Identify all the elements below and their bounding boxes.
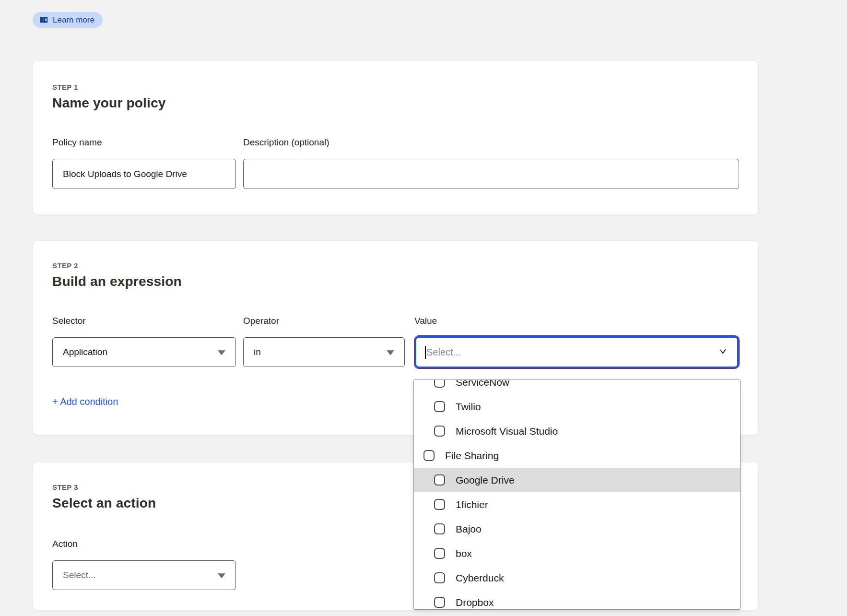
application-dropdown-panel: ServiceNowTwilioMicrosoft Visual StudioF… (413, 379, 741, 610)
value-field: Value Select... (414, 316, 739, 368)
option-label: Microsoft Visual Studio (456, 426, 558, 437)
option-label: Bajoo (456, 523, 482, 535)
learn-more-label: Learn more (53, 15, 94, 25)
dropdown-option[interactable]: Microsoft Visual Studio (414, 419, 740, 443)
dropdown-option[interactable]: box (414, 541, 740, 566)
selector-value: Application (63, 347, 107, 357)
selector-select[interactable]: Application (52, 337, 236, 367)
option-checkbox[interactable] (434, 499, 445, 510)
chevron-down-icon (218, 350, 225, 355)
operator-select[interactable]: in (243, 337, 405, 367)
step1-label: STEP 1 (52, 83, 739, 91)
dropdown-option[interactable]: Bajoo (414, 517, 740, 541)
learn-more-button[interactable]: Learn more (33, 12, 103, 28)
option-label: File Sharing (445, 450, 499, 462)
option-checkbox[interactable] (434, 597, 445, 608)
option-label: Google Drive (456, 474, 515, 486)
value-label: Value (414, 316, 739, 326)
dropdown-option[interactable]: Google Drive (414, 468, 740, 492)
description-input[interactable] (243, 159, 739, 189)
dropdown-option[interactable]: 1fichier (414, 492, 740, 517)
option-label: ServiceNow (456, 379, 509, 388)
policy-name-field: Policy name (52, 137, 236, 189)
option-checkbox[interactable] (424, 450, 435, 461)
option-checkbox[interactable] (434, 401, 445, 412)
chevron-down-icon (218, 573, 225, 578)
policy-name-label: Policy name (52, 137, 236, 148)
dropdown-option[interactable]: Cyberduck (414, 566, 740, 590)
option-checkbox[interactable] (434, 572, 445, 583)
option-label: Cyberduck (456, 572, 504, 584)
step1-card: STEP 1 Name your policy Policy name Desc… (33, 60, 759, 215)
dropdown-option[interactable]: Twilio (414, 394, 740, 419)
dropdown-option[interactable]: ServiceNow (414, 379, 740, 394)
value-combobox[interactable]: Select... (414, 336, 739, 368)
option-checkbox[interactable] (434, 426, 445, 437)
policy-name-input[interactable] (52, 159, 236, 189)
chevron-down-icon (387, 350, 394, 355)
application-dropdown-list: ServiceNowTwilioMicrosoft Visual StudioF… (414, 379, 740, 610)
option-checkbox[interactable] (434, 523, 445, 534)
expression-row: Selector Application Operator in Value (52, 316, 739, 368)
option-label: 1fichier (456, 499, 488, 510)
operator-field: Operator in (243, 316, 405, 368)
step2-title: Build an expression (52, 274, 739, 289)
operator-label: Operator (243, 316, 405, 326)
value-placeholder: Select... (426, 347, 461, 358)
gap (405, 316, 414, 368)
gap (236, 316, 243, 368)
policy-builder-page: Learn more STEP 1 Name your policy Polic… (0, 0, 847, 616)
option-label: Twilio (456, 401, 481, 413)
option-checkbox[interactable] (434, 379, 445, 388)
chevron-down-icon[interactable] (718, 346, 728, 358)
description-label: Description (optional) (243, 137, 739, 148)
action-label: Action (52, 539, 236, 549)
option-checkbox[interactable] (434, 474, 445, 486)
action-select[interactable]: Select... (52, 560, 236, 590)
option-label: box (456, 548, 472, 559)
step2-label: STEP 2 (52, 261, 739, 270)
dropdown-option[interactable]: File Sharing (414, 443, 740, 468)
dropdown-option[interactable]: Dropbox (414, 590, 740, 610)
step1-fields-row: Policy name Description (optional) (52, 137, 739, 189)
operator-value: in (254, 347, 261, 357)
add-condition-link[interactable]: + Add condition (52, 396, 118, 407)
action-field: Action Select... (52, 539, 236, 590)
book-icon (39, 16, 48, 24)
option-label: Dropbox (456, 597, 494, 608)
selector-field: Selector Application (52, 316, 236, 368)
step1-title: Name your policy (52, 95, 739, 111)
selector-label: Selector (52, 316, 236, 326)
description-field: Description (optional) (243, 137, 739, 189)
action-placeholder: Select... (63, 570, 96, 580)
text-cursor (425, 346, 426, 359)
option-checkbox[interactable] (434, 548, 445, 559)
